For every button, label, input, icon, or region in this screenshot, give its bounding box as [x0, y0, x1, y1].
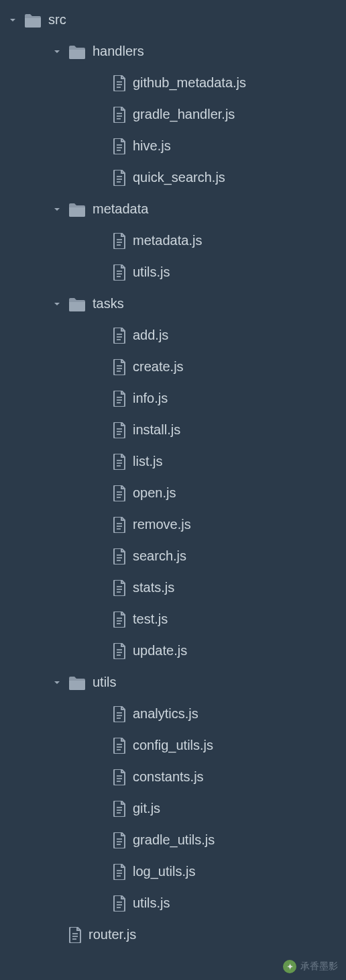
- tree-file[interactable]: log_utils.js: [0, 856, 346, 887]
- folder-icon: [68, 675, 86, 690]
- folder-label: handlers: [93, 44, 144, 59]
- chevron-down-icon[interactable]: [8, 17, 17, 23]
- file-icon: [113, 801, 126, 817]
- file-icon: [113, 517, 126, 533]
- file-icon: [113, 75, 126, 91]
- tree-file[interactable]: info.js: [0, 383, 346, 414]
- file-label: git.js: [133, 801, 160, 816]
- file-label: metadata.js: [133, 233, 202, 248]
- file-icon: [113, 422, 126, 438]
- folder-icon: [68, 44, 86, 59]
- file-tree: src handlers github_metadata.js gradle_h…: [0, 4, 346, 950]
- file-label: utils.js: [133, 264, 170, 280]
- tree-file[interactable]: stats.js: [0, 572, 346, 603]
- file-icon: [113, 233, 126, 249]
- file-label: stats.js: [133, 580, 174, 595]
- tree-file[interactable]: list.js: [0, 446, 346, 477]
- chevron-down-icon[interactable]: [52, 206, 62, 213]
- watermark-text: 承香墨影: [300, 961, 338, 973]
- tree-file[interactable]: add.js: [0, 320, 346, 351]
- tree-file[interactable]: update.js: [0, 635, 346, 667]
- file-label: github_metadata.js: [133, 75, 246, 91]
- folder-label: metadata: [93, 201, 148, 217]
- file-icon: [113, 391, 126, 407]
- file-icon: [113, 328, 126, 344]
- tree-file[interactable]: quick_search.js: [0, 162, 346, 193]
- file-label: open.js: [133, 485, 176, 501]
- file-label: add.js: [133, 328, 168, 343]
- file-icon: [113, 895, 126, 912]
- tree-file[interactable]: config_utils.js: [0, 730, 346, 761]
- watermark: ✦ 承香墨影: [283, 960, 338, 973]
- file-icon: [113, 107, 126, 123]
- file-icon: [68, 927, 82, 943]
- file-icon: [113, 548, 126, 565]
- tree-file[interactable]: git.js: [0, 793, 346, 824]
- tree-file[interactable]: router.js: [0, 919, 346, 950]
- tree-file[interactable]: create.js: [0, 351, 346, 383]
- file-icon: [113, 706, 126, 722]
- tree-folder[interactable]: tasks: [0, 288, 346, 320]
- chevron-down-icon[interactable]: [52, 301, 62, 307]
- file-label: remove.js: [133, 517, 191, 532]
- file-icon: [113, 832, 126, 848]
- file-icon: [113, 769, 126, 785]
- chevron-down-icon[interactable]: [52, 679, 62, 686]
- tree-file[interactable]: open.js: [0, 477, 346, 509]
- tree-file[interactable]: constants.js: [0, 761, 346, 793]
- tree-folder[interactable]: handlers: [0, 36, 346, 67]
- file-label: config_utils.js: [133, 738, 213, 753]
- folder-icon: [68, 297, 86, 311]
- wechat-icon: ✦: [283, 960, 296, 973]
- folder-icon: [68, 202, 86, 217]
- file-icon: [113, 454, 126, 470]
- file-label: update.js: [133, 643, 187, 658]
- file-label: gradle_handler.js: [133, 107, 235, 122]
- file-label: test.js: [133, 611, 168, 627]
- file-icon: [113, 611, 126, 628]
- chevron-down-icon[interactable]: [52, 48, 62, 55]
- file-label: info.js: [133, 391, 168, 406]
- file-label: constants.js: [133, 769, 204, 785]
- file-label: list.js: [133, 454, 162, 469]
- file-label: create.js: [133, 359, 184, 375]
- tree-file[interactable]: test.js: [0, 603, 346, 635]
- file-icon: [113, 138, 126, 154]
- file-icon: [113, 359, 126, 375]
- tree-file[interactable]: github_metadata.js: [0, 67, 346, 99]
- tree-folder[interactable]: metadata: [0, 193, 346, 225]
- tree-file[interactable]: remove.js: [0, 509, 346, 540]
- tree-file[interactable]: utils.js: [0, 256, 346, 288]
- file-label: hive.js: [133, 138, 171, 154]
- file-label: analytics.js: [133, 706, 198, 722]
- tree-file[interactable]: gradle_utils.js: [0, 824, 346, 856]
- file-icon: [113, 864, 126, 880]
- file-label: search.js: [133, 548, 186, 564]
- tree-file[interactable]: utils.js: [0, 887, 346, 919]
- file-label: gradle_utils.js: [133, 832, 215, 848]
- folder-icon: [24, 13, 42, 28]
- folder-label: src: [48, 12, 66, 28]
- file-icon: [113, 170, 126, 186]
- file-icon: [113, 643, 126, 659]
- tree-file[interactable]: install.js: [0, 414, 346, 446]
- tree-file[interactable]: search.js: [0, 540, 346, 572]
- file-label: install.js: [133, 422, 180, 438]
- file-label: utils.js: [133, 895, 170, 911]
- file-icon: [113, 264, 126, 281]
- file-label: log_utils.js: [133, 864, 195, 879]
- folder-label: utils: [93, 675, 117, 690]
- tree-file[interactable]: gradle_handler.js: [0, 99, 346, 130]
- file-label: quick_search.js: [133, 170, 225, 185]
- file-icon: [113, 485, 126, 501]
- tree-folder[interactable]: utils: [0, 667, 346, 698]
- tree-file[interactable]: analytics.js: [0, 698, 346, 730]
- file-icon: [113, 580, 126, 596]
- tree-file[interactable]: metadata.js: [0, 225, 346, 256]
- folder-label: tasks: [93, 296, 124, 311]
- tree-file[interactable]: hive.js: [0, 130, 346, 162]
- tree-folder[interactable]: src: [0, 4, 346, 36]
- file-label: router.js: [89, 927, 136, 942]
- file-icon: [113, 738, 126, 754]
